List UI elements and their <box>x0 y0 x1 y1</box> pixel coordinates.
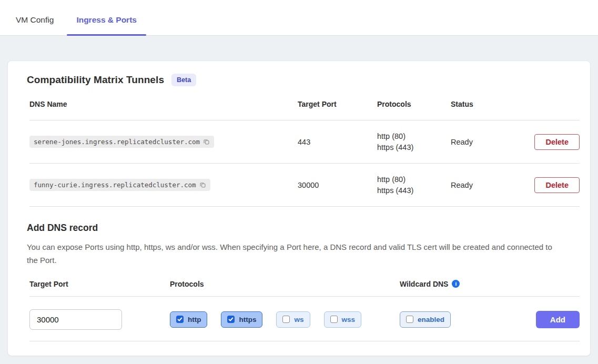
protocols-cell: http (80) https (443) <box>377 174 451 196</box>
checkbox-box <box>406 316 413 323</box>
delete-button[interactable]: Delete <box>534 177 580 193</box>
dns-name-chip[interactable]: serene-jones.ingress.replicatedcluster.c… <box>29 136 214 148</box>
status-value: Ready <box>451 138 524 146</box>
protocol-line: https (443) <box>377 142 451 153</box>
tab-bar: VM Config Ingress & Ports <box>0 0 598 36</box>
delete-button[interactable]: Delete <box>534 134 580 150</box>
protocol-line: https (443) <box>377 185 451 196</box>
target-port-input[interactable] <box>29 309 122 330</box>
dns-name-text: serene-jones.ingress.replicatedcluster.c… <box>34 138 200 146</box>
table-row: serene-jones.ingress.replicatedcluster.c… <box>29 120 580 164</box>
label-target-port: Target Port <box>29 280 170 288</box>
copy-icon[interactable] <box>199 181 206 188</box>
header-target-port: Target Port <box>298 100 377 108</box>
table-row: funny-curie.ingress.replicatedcluster.co… <box>29 164 580 207</box>
https-checkbox[interactable]: https <box>221 311 262 328</box>
protocol-chip-group: http https ws wss <box>170 311 400 328</box>
header-status: Status <box>451 100 524 108</box>
protocol-line: http (80) <box>377 174 451 185</box>
status-value: Ready <box>451 181 524 189</box>
protocol-line: http (80) <box>377 131 451 142</box>
wildcard-enabled-checkbox[interactable]: enabled <box>400 311 451 328</box>
dns-name-chip[interactable]: funny-curie.ingress.replicatedcluster.co… <box>29 179 210 191</box>
tunnels-card: Compatibility Matrix Tunnels Beta DNS Na… <box>7 60 591 356</box>
dns-name-text: funny-curie.ingress.replicatedcluster.co… <box>34 181 196 189</box>
card-title-row: Compatibility Matrix Tunnels Beta <box>27 74 579 86</box>
form-divider <box>29 296 580 297</box>
add-dns-description: You can expose Ports using http, https, … <box>27 241 558 267</box>
add-dns-form-row: http https ws wss <box>29 309 580 330</box>
info-icon[interactable]: i <box>452 280 460 288</box>
checkbox-box <box>227 316 235 323</box>
tab-ingress-ports[interactable]: Ingress & Ports <box>67 15 146 35</box>
checkbox-box <box>176 316 184 323</box>
chip-label: enabled <box>418 316 444 323</box>
protocols-cell: http (80) https (443) <box>377 131 451 153</box>
add-button[interactable]: Add <box>536 311 580 328</box>
copy-icon[interactable] <box>203 138 210 145</box>
form-labels-row: Target Port Protocols Wildcard DNS i <box>29 280 580 288</box>
target-port-value: 30000 <box>298 181 377 189</box>
tab-vm-config[interactable]: VM Config <box>16 15 54 35</box>
add-dns-title: Add DNS record <box>27 223 579 234</box>
label-protocols: Protocols <box>170 280 400 288</box>
checkbox-box <box>282 316 290 323</box>
wss-checkbox[interactable]: wss <box>324 311 362 328</box>
checkbox-box <box>330 316 338 323</box>
label-wildcard-dns: Wildcard DNS i <box>400 280 580 288</box>
header-protocols: Protocols <box>377 100 451 108</box>
page-body: Compatibility Matrix Tunnels Beta DNS Na… <box>0 36 598 364</box>
ws-checkbox[interactable]: ws <box>276 311 310 328</box>
http-checkbox[interactable]: http <box>170 311 207 328</box>
target-port-value: 443 <box>298 138 377 146</box>
table-header-row: DNS Name Target Port Protocols Status <box>29 100 580 120</box>
tunnels-table: DNS Name Target Port Protocols Status se… <box>29 100 580 207</box>
chip-label: http <box>188 316 201 323</box>
chip-label: wss <box>342 316 356 323</box>
bottom-divider <box>29 341 580 341</box>
chip-label: https <box>239 316 256 323</box>
beta-badge: Beta <box>171 74 196 86</box>
add-dns-section: Add DNS record You can expose Ports usin… <box>19 223 579 341</box>
chip-label: ws <box>294 316 303 323</box>
wildcard-dns-text: Wildcard DNS <box>400 280 448 288</box>
card-title: Compatibility Matrix Tunnels <box>27 74 164 86</box>
header-dns-name: DNS Name <box>29 100 298 108</box>
